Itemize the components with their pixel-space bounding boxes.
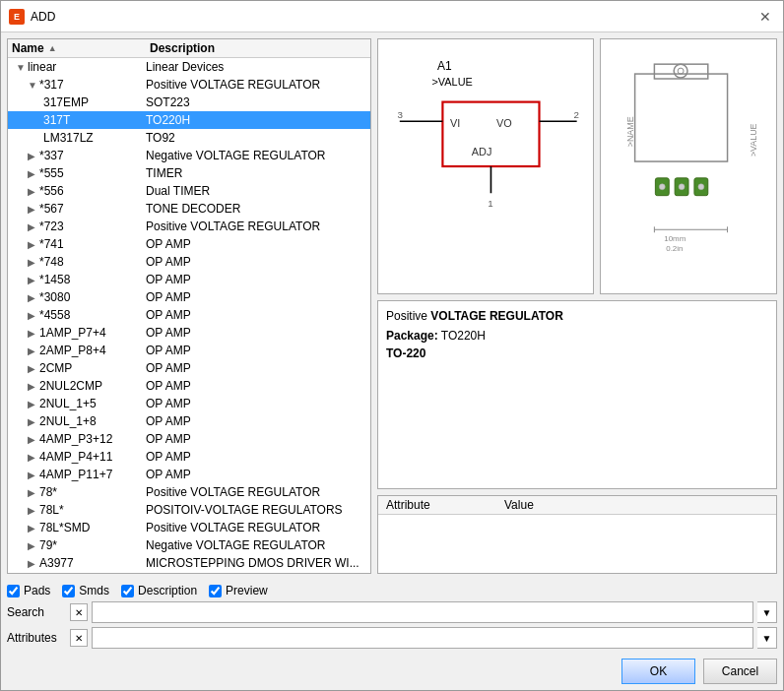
- name-column-header[interactable]: Name ▲: [12, 41, 150, 55]
- expand-icon: ▶: [28, 346, 37, 356]
- svg-rect-12: [635, 74, 728, 161]
- description-checkbox-input[interactable]: [121, 585, 134, 597]
- list-item[interactable]: ▶2NUL2CMP OP AMP: [8, 377, 370, 395]
- expand-icon: ▶: [28, 328, 37, 339]
- attributes-dropdown-icon[interactable]: ▼: [757, 627, 777, 649]
- list-item[interactable]: ▶2AMP_P8+4 OP AMP: [8, 342, 370, 359]
- preview-checkbox[interactable]: Preview: [209, 584, 268, 597]
- sort-icon: ▲: [48, 43, 57, 53]
- svg-text:>VALUE: >VALUE: [432, 76, 473, 88]
- svg-text:>NAME: >NAME: [625, 116, 635, 147]
- expand-icon: ▶: [28, 434, 37, 445]
- smds-checkbox-input[interactable]: [62, 585, 75, 597]
- name-column-label: Name: [12, 41, 44, 55]
- list-item-selected[interactable]: 317T TO220H: [8, 111, 370, 129]
- expand-icon: ▶: [28, 275, 37, 285]
- svg-text:0.2in: 0.2in: [666, 244, 683, 253]
- collapse-icon: ▼: [16, 62, 26, 73]
- list-item[interactable]: LM317LZ TO92: [8, 129, 370, 147]
- expand-icon: ▶: [28, 151, 37, 161]
- svg-text:2: 2: [573, 109, 578, 120]
- attributes-label: Attributes: [7, 631, 66, 645]
- svg-text:10mm: 10mm: [664, 234, 686, 243]
- expand-icon: ▶: [28, 186, 37, 197]
- expand-icon: ▶: [28, 505, 37, 516]
- list-item[interactable]: ▶78L*SMD Positive VOLTAGE REGULATOR: [8, 519, 370, 536]
- search-dropdown-icon[interactable]: ▼: [757, 601, 777, 623]
- list-item[interactable]: ▶78L* POSITOIV-VOLTAGE REGULATORS: [8, 501, 370, 519]
- attributes-input[interactable]: [92, 627, 753, 649]
- title-bar: E ADD ✕: [1, 1, 783, 32]
- list-item[interactable]: ▶*3080 OP AMP: [8, 288, 370, 306]
- expand-icon: ▶: [28, 168, 37, 179]
- expand-icon: ▶: [28, 221, 37, 232]
- list-item[interactable]: ▶*4558 OP AMP: [8, 306, 370, 324]
- collapse-icon: ▼: [28, 80, 37, 91]
- svg-text:1: 1: [488, 198, 492, 209]
- outline-value: TO-220: [386, 346, 425, 360]
- dialog-title: ADD: [31, 10, 55, 24]
- list-item[interactable]: ▶*555 TIMER: [8, 164, 370, 182]
- title-bar-left: E ADD: [9, 9, 55, 25]
- svg-text:>VALUE: >VALUE: [749, 123, 758, 157]
- attributes-row: Attributes ✕ ▼: [7, 627, 777, 649]
- list-item[interactable]: ▼linear Linear Devices: [8, 58, 370, 76]
- expand-icon: ▶: [28, 381, 37, 392]
- attribute-column-header: Attribute: [386, 498, 504, 512]
- description-checkbox[interactable]: Description: [121, 584, 197, 597]
- svg-point-22: [679, 184, 685, 190]
- attributes-clear-icon[interactable]: ✕: [70, 629, 88, 647]
- component-list-scroll[interactable]: ▼linear Linear Devices ▼*317 Positive VO…: [8, 58, 370, 573]
- list-item[interactable]: ▶*337 Negative VOLTAGE REGULATOR: [8, 147, 370, 164]
- preview-checkbox-input[interactable]: [209, 585, 222, 597]
- list-item[interactable]: ▶*723 Positive VOLTAGE REGULATOR: [8, 218, 370, 235]
- list-item[interactable]: ▶78* Positive VOLTAGE REGULATOR: [8, 483, 370, 501]
- button-row: OK Cancel: [1, 653, 783, 690]
- svg-point-23: [698, 184, 704, 190]
- schematic-preview: A1 >VALUE VI VO ADJ: [377, 38, 594, 294]
- cancel-button[interactable]: Cancel: [703, 659, 777, 684]
- pads-checkbox-input[interactable]: [7, 585, 20, 597]
- list-item[interactable]: ▶*567 TONE DECODER: [8, 200, 370, 218]
- main-content: Name ▲ Description ▼linear Linear Device…: [1, 32, 783, 580]
- add-dialog: E ADD ✕ Name ▲ Description ▼linear: [0, 0, 784, 691]
- pads-checkbox[interactable]: Pads: [7, 584, 50, 597]
- list-item[interactable]: ▶4AMP_P4+11 OP AMP: [8, 448, 370, 466]
- list-item[interactable]: ▶2NUL_1+5 OP AMP: [8, 395, 370, 412]
- expand-icon: ▶: [28, 310, 37, 321]
- list-item[interactable]: ▶2CMP OP AMP: [8, 359, 370, 377]
- value-column-header: Value: [504, 498, 768, 512]
- list-item[interactable]: ▶79* Negative VOLTAGE REGULATOR: [8, 536, 370, 554]
- list-item[interactable]: ▶2NUL_1+8 OP AMP: [8, 412, 370, 430]
- list-item[interactable]: ▶*1458 OP AMP: [8, 271, 370, 288]
- attributes-header: Attribute Value: [378, 496, 776, 515]
- list-item[interactable]: ▶*741 OP AMP: [8, 235, 370, 253]
- bottom-controls: Pads Smds Description Preview Search ✕ ▼…: [1, 580, 783, 653]
- description-title: Positive VOLTAGE REGULATOR: [386, 309, 768, 323]
- list-item[interactable]: ▶A3977 MICROSTEPPING DMOS DRIVER WI...: [8, 554, 370, 572]
- list-item[interactable]: ▶4AMP_P11+7 OP AMP: [8, 466, 370, 483]
- ok-button[interactable]: OK: [621, 659, 695, 684]
- expand-icon: ▶: [28, 452, 37, 463]
- right-panel: A1 >VALUE VI VO ADJ: [377, 38, 777, 574]
- list-item[interactable]: 317EMP SOT223: [8, 94, 370, 111]
- search-row: Search ✕ ▼: [7, 601, 777, 623]
- svg-text:A1: A1: [437, 59, 452, 73]
- smds-checkbox[interactable]: Smds: [62, 584, 109, 597]
- pcb-preview: >NAME >VALUE: [600, 38, 777, 294]
- svg-point-21: [659, 184, 665, 190]
- svg-text:VI: VI: [450, 117, 460, 129]
- checkboxes-row: Pads Smds Description Preview: [7, 584, 777, 597]
- search-clear-icon[interactable]: ✕: [70, 603, 88, 621]
- description-column-header: Description: [150, 41, 366, 55]
- expand-icon: ▶: [28, 487, 37, 498]
- description-panel: Positive VOLTAGE REGULATOR Package: TO22…: [377, 300, 777, 489]
- list-item[interactable]: ▼*317 Positive VOLTAGE REGULATOR: [8, 76, 370, 94]
- expand-icon: ▶: [28, 416, 37, 427]
- list-item[interactable]: ▶1AMP_P7+4 OP AMP: [8, 324, 370, 342]
- list-item[interactable]: ▶4AMP_P3+12 OP AMP: [8, 430, 370, 448]
- list-item[interactable]: ▶*556 Dual TIMER: [8, 182, 370, 200]
- close-button[interactable]: ✕: [755, 7, 775, 27]
- search-input[interactable]: [92, 601, 753, 623]
- list-item[interactable]: ▶*748 OP AMP: [8, 253, 370, 271]
